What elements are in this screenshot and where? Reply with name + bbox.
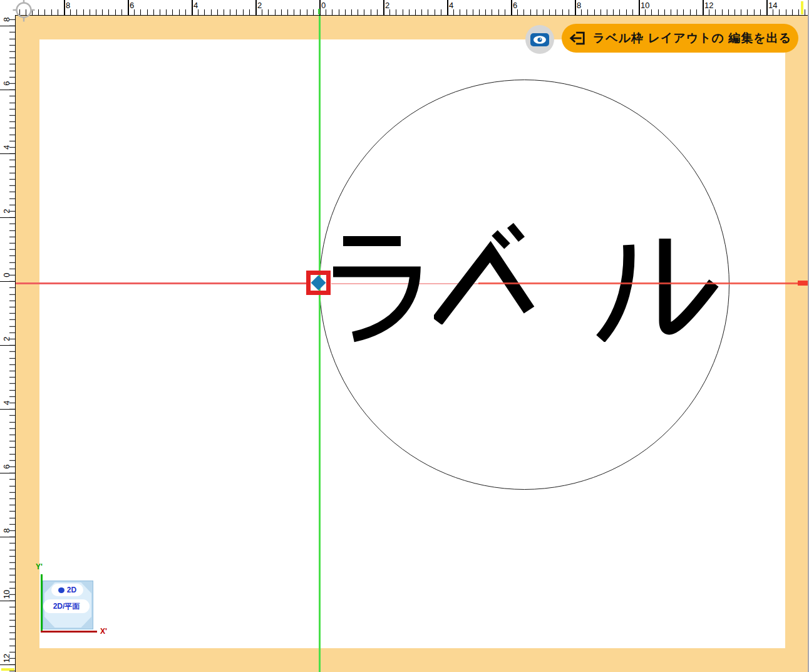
ruler-tick-label: 12	[704, 1, 713, 10]
ruler-tick-label: 8	[66, 1, 70, 10]
design-canvas[interactable]: ラベル Y' X'	[15, 15, 808, 672]
x-axis-line	[478, 282, 798, 285]
label-glyph-ru[interactable]	[594, 234, 719, 342]
exit-button-label: ラベル枠 レイアウトの 編集を出る	[593, 30, 791, 46]
x-axis-indicator	[41, 631, 97, 633]
label-glyph-be[interactable]	[434, 220, 581, 324]
ruler-tick-label: 10	[1, 589, 11, 600]
origin-diamond-handle[interactable]	[311, 275, 326, 290]
view-plane-badge: 2D/平面	[43, 599, 90, 613]
ruler-tick-label: 2	[257, 1, 262, 10]
ruler-tick-label: 4	[1, 397, 11, 408]
view-orientation-widget[interactable]: Y' X' 2D 2D/平面	[33, 559, 126, 637]
view-mode-label: 2D	[67, 586, 76, 594]
eye-icon	[525, 25, 554, 54]
ruler-tick-label: 2	[1, 205, 11, 217]
ruler-tick-label: 8	[577, 1, 581, 10]
ruler-tick-label: 6	[1, 78, 11, 89]
origin-crosshair-icon[interactable]	[13, 0, 38, 22]
x-axis-arrow-cap	[798, 281, 808, 286]
view-cube[interactable]: 2D 2D/平面	[43, 581, 93, 629]
mode-dot-icon	[58, 587, 64, 593]
ruler-tick-label: 0	[321, 1, 326, 10]
ruler-cursor-marker	[801, 1, 803, 14]
ruler-tick-label: 4	[1, 142, 11, 153]
origin-marker[interactable]	[306, 271, 331, 295]
ruler-tick-label: 14	[768, 1, 777, 10]
visibility-toggle-button[interactable]	[525, 25, 554, 54]
ruler-tick-label: 6	[513, 1, 517, 10]
y-axis-line	[319, 15, 321, 672]
label-glyph-ra[interactable]	[331, 229, 438, 343]
ruler-tick-label: 10	[641, 1, 649, 10]
ruler-origin-tick	[318, 9, 320, 14]
exit-layout-edit-button[interactable]: ラベル枠 レイアウトの 編集を出る	[562, 24, 798, 53]
ruler-tick-label: 4	[193, 1, 198, 10]
ruler-tick-label: 8	[1, 14, 11, 25]
vertical-ruler[interactable]: 8642024681012	[0, 15, 16, 672]
ruler-cursor-marker	[1, 668, 14, 671]
label-layout-editor-window: ラベル Y' X'	[0, 0, 809, 672]
ruler-tick-label: 6	[1, 461, 11, 472]
x-axis-label: X'	[100, 627, 107, 636]
ruler-tick-label: 6	[130, 1, 134, 10]
ruler-tick-label: 0	[1, 269, 11, 281]
ruler-tick-label: 12	[1, 653, 11, 664]
ruler-tick-label: 2	[1, 333, 11, 344]
y-axis-label: Y'	[36, 562, 43, 571]
view-plane-label: 2D/平面	[53, 601, 80, 612]
ruler-tick-label: 8	[1, 525, 11, 536]
ruler-tick-label: 4	[449, 1, 453, 10]
ruler-tick-label: 2	[385, 1, 389, 10]
x-guide-line-left	[15, 282, 307, 284]
horizontal-ruler[interactable]: 864202468101214	[0, 0, 809, 16]
exit-layout-icon	[569, 30, 586, 46]
view-mode-badge: 2D	[51, 584, 83, 596]
